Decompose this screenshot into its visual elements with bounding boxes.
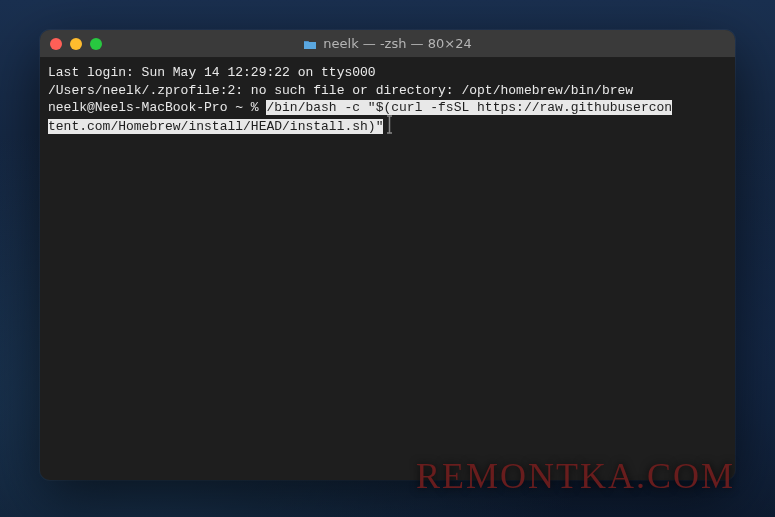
error-line: /Users/neelk/.zprofile:2: no such file o… xyxy=(48,82,727,100)
maximize-button[interactable] xyxy=(90,38,102,50)
folder-icon xyxy=(303,38,317,49)
terminal-window: neelk — -zsh — 80×24 Last login: Sun May… xyxy=(40,30,735,480)
terminal-output[interactable]: Last login: Sun May 14 12:29:22 on ttys0… xyxy=(40,58,735,480)
text-cursor-icon xyxy=(385,117,392,134)
window-titlebar[interactable]: neelk — -zsh — 80×24 xyxy=(40,30,735,58)
shell-prompt: neelk@Neels-MacBook-Pro ~ % xyxy=(48,100,266,115)
traffic-lights xyxy=(50,38,102,50)
window-title: neelk — -zsh — 80×24 xyxy=(50,36,725,51)
close-button[interactable] xyxy=(50,38,62,50)
title-text: neelk — -zsh — 80×24 xyxy=(323,36,471,51)
command-continuation: tent.com/Homebrew/install/HEAD/install.s… xyxy=(48,117,727,136)
selected-command-part2[interactable]: tent.com/Homebrew/install/HEAD/install.s… xyxy=(48,119,383,134)
last-login-line: Last login: Sun May 14 12:29:22 on ttys0… xyxy=(48,64,727,82)
selected-command-part1[interactable]: /bin/bash -c "$(curl -fsSL https://raw.g… xyxy=(266,100,672,115)
minimize-button[interactable] xyxy=(70,38,82,50)
